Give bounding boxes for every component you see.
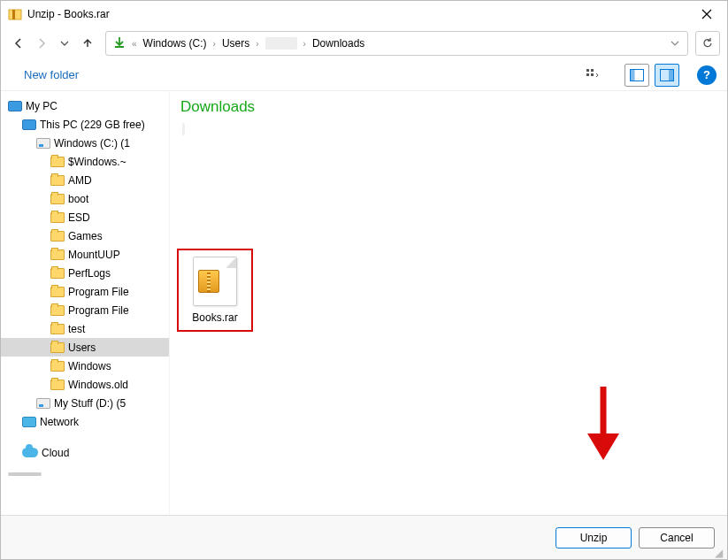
details-pane-button[interactable] — [655, 64, 679, 87]
tree-label: ESD — [68, 211, 90, 224]
tree-label: PerfLogs — [68, 267, 111, 280]
tree-folder[interactable]: $Windows.~ — [1, 152, 169, 171]
tree-folder[interactable]: PerfLogs — [1, 264, 169, 282]
refresh-button[interactable] — [695, 31, 720, 56]
tree-label: My PC — [26, 100, 57, 112]
content-pane[interactable]: Downloads Books.rar — [169, 91, 727, 515]
tree-label: Windows — [68, 360, 111, 372]
tree-drive-d[interactable]: My Stuff (D:) (5 — [1, 394, 169, 412]
svg-rect-9 — [669, 69, 674, 81]
address-icon[interactable] — [110, 34, 129, 53]
toolbar: New folder ? — [1, 59, 727, 91]
drive-icon — [36, 398, 50, 409]
svg-rect-7 — [631, 69, 635, 81]
pc-icon — [8, 101, 22, 111]
tree-network[interactable]: Network — [1, 412, 169, 431]
folder-icon — [50, 342, 65, 353]
tree-folder[interactable]: AMD — [1, 171, 169, 189]
body-area: My PC This PC (229 GB free) Windows (C:)… — [1, 91, 727, 515]
app-icon — [8, 7, 22, 21]
cloud-icon — [22, 448, 38, 457]
tree-label: Users — [68, 341, 96, 354]
tree-folder[interactable]: ESD — [1, 208, 169, 226]
drive-icon — [36, 138, 50, 149]
network-icon — [22, 417, 36, 427]
chevron-right-icon: › — [253, 39, 261, 49]
tree-folder[interactable]: Users — [1, 338, 169, 357]
nav-bar: « Windows (C:) › Users › › Downloads — [1, 27, 727, 59]
folder-icon — [50, 175, 65, 186]
tree-label: Windows.old — [68, 379, 128, 391]
address-segment[interactable]: Downloads — [309, 34, 368, 53]
tree-label: boot — [68, 193, 88, 205]
folder-icon — [50, 324, 65, 334]
folder-icon — [50, 287, 65, 297]
dialog-window: Unzip - Books.rar « Windows (C:) › Users… — [0, 0, 728, 560]
tree-label: test — [68, 323, 85, 335]
tree-label: Games — [68, 230, 103, 242]
file-tile-books[interactable]: Books.rar — [177, 249, 253, 332]
tree-folder[interactable]: Windows — [1, 357, 169, 375]
preview-pane-button[interactable] — [625, 64, 649, 87]
tree-label: Cloud — [42, 447, 69, 459]
svg-rect-4 — [586, 73, 589, 76]
address-segment-blurred[interactable] — [262, 34, 301, 53]
address-dropdown-icon[interactable] — [666, 34, 684, 53]
folder-icon — [50, 361, 65, 372]
footer: Unzip Cancel — [1, 515, 727, 559]
tree-folder[interactable]: boot — [1, 189, 169, 208]
folder-icon — [50, 268, 65, 279]
svg-rect-1 — [12, 10, 15, 19]
folder-icon — [50, 157, 65, 167]
help-button[interactable]: ? — [697, 65, 717, 85]
folder-icon — [50, 249, 65, 260]
tree-cloud[interactable]: Cloud — [1, 443, 169, 462]
svg-rect-2 — [586, 69, 589, 72]
file-name: Books.rar — [192, 311, 237, 324]
annotation-arrow — [577, 382, 630, 471]
recent-dropdown[interactable] — [54, 33, 75, 54]
tree-label: AMD — [68, 174, 92, 187]
folder-icon — [50, 380, 65, 390]
chevron-right-icon: › — [211, 39, 218, 49]
archive-file-icon — [193, 257, 237, 306]
chevron-right-icon: › — [301, 39, 309, 49]
tree-this-pc[interactable]: This PC (229 GB free) — [1, 115, 169, 134]
back-button[interactable] — [8, 33, 29, 54]
user-folder-blurred — [182, 123, 718, 135]
titlebar: Unzip - Books.rar — [1, 1, 727, 27]
up-button[interactable] — [77, 33, 98, 54]
tree-label: Network — [40, 416, 79, 428]
download-icon — [113, 36, 126, 51]
tree-folder[interactable]: Windows.old — [1, 375, 169, 394]
new-folder-button[interactable]: New folder — [11, 65, 91, 85]
tree-label: Program File — [68, 304, 129, 317]
tree-folder[interactable]: Games — [1, 226, 169, 245]
sidebar: My PC This PC (229 GB free) Windows (C:)… — [1, 91, 169, 515]
folder-icon — [50, 212, 65, 223]
window-title: Unzip - Books.rar — [27, 8, 686, 20]
close-button[interactable] — [686, 1, 727, 27]
address-segment[interactable]: Windows (C:) — [140, 34, 211, 53]
cancel-button[interactable]: Cancel — [639, 527, 715, 548]
tree-folder[interactable]: test — [1, 319, 169, 338]
tree-folder[interactable]: Program File — [1, 282, 169, 301]
folder-icon — [50, 305, 65, 316]
tree-folder[interactable]: MountUUP — [1, 245, 169, 264]
tree-my-pc[interactable]: My PC — [1, 96, 169, 115]
tree-label: This PC (229 GB free) — [40, 119, 145, 131]
tree-label: $Windows.~ — [68, 156, 126, 168]
address-segment[interactable]: Users — [218, 34, 253, 53]
forward-button[interactable] — [31, 33, 52, 54]
unzip-button[interactable]: Unzip — [556, 527, 632, 548]
monitor-icon — [22, 119, 36, 130]
tree-drive-c[interactable]: Windows (C:) (1 — [1, 134, 169, 152]
tree-folder[interactable]: Program File — [1, 301, 169, 319]
address-bar[interactable]: « Windows (C:) › Users › › Downloads — [105, 31, 688, 56]
tree-label: My Stuff (D:) (5 — [54, 397, 126, 410]
svg-rect-3 — [591, 69, 594, 72]
view-options-button[interactable] — [580, 64, 605, 87]
tree-label: Windows (C:) (1 — [54, 137, 130, 150]
folder-icon — [50, 194, 65, 204]
horizontal-scrollbar[interactable] — [8, 472, 42, 476]
